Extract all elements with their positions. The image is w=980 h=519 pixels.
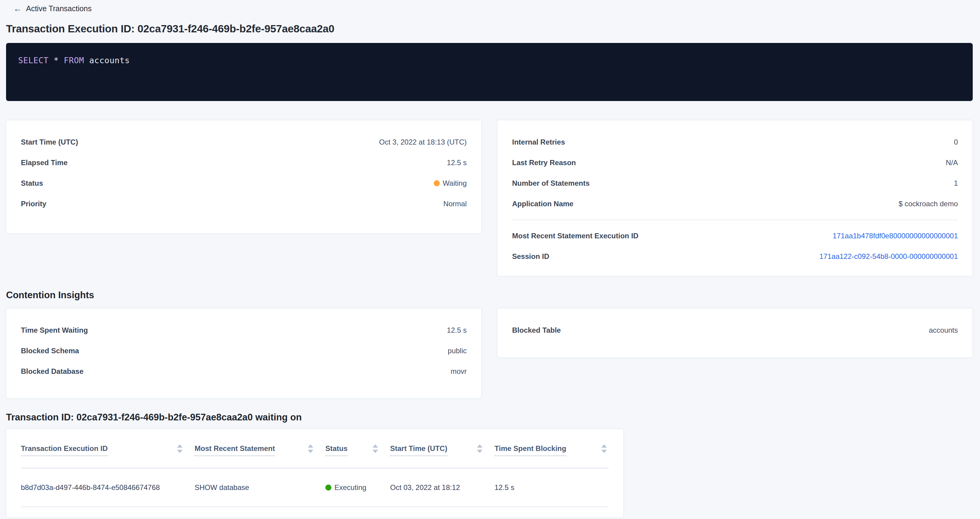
- back-to-active-transactions-link[interactable]: ← Active Transactions: [13, 4, 92, 13]
- contention-card-left: Time Spent Waiting 12.5 s Blocked Schema…: [6, 308, 482, 398]
- waiting-on-table: Transaction Execution ID Most Recent Sta…: [6, 429, 624, 518]
- row-value: $ cockroach demo: [899, 200, 958, 208]
- sort-icon[interactable]: [308, 444, 313, 453]
- contention-cards-row: Time Spent Waiting 12.5 s Blocked Schema…: [6, 308, 973, 398]
- status-text: Waiting: [443, 179, 467, 187]
- sort-asc-icon: [477, 444, 482, 448]
- contention-card-right: Blocked Table accounts: [497, 308, 973, 357]
- row-label: Blocked Schema: [21, 347, 79, 355]
- sort-icon[interactable]: [372, 444, 378, 453]
- row-label: Start Time (UTC): [21, 138, 78, 146]
- column-header-label: Most Recent Statement: [195, 444, 275, 456]
- row-value: 12.5 s: [447, 326, 467, 335]
- status-text: Executing: [334, 483, 366, 492]
- sql-keyword: SELECT: [18, 56, 49, 65]
- row-value: Oct 3, 2022 at 18:13 (UTC): [379, 138, 467, 146]
- card-divider: [512, 220, 958, 220]
- row-value: movr: [451, 367, 467, 376]
- table-row: b8d7d03a-d497-446b-8474-e50846674768 SHO…: [21, 468, 609, 507]
- row-value: 0: [954, 138, 958, 146]
- status-executing-dot-icon: [325, 484, 331, 490]
- sort-desc-icon: [601, 450, 607, 453]
- sort-asc-icon: [308, 444, 313, 448]
- sql-statement-box: SELECT * FROM accounts: [6, 43, 973, 101]
- sql-table-name: accounts: [89, 56, 130, 65]
- statement-execution-id-link[interactable]: 171aa1b478fdf0e80000000000000001: [833, 232, 958, 240]
- row-value: 12.5 s: [447, 159, 467, 167]
- row-label: Session ID: [512, 252, 549, 261]
- row-label: Elapsed Time: [21, 159, 67, 167]
- sort-asc-icon: [177, 444, 183, 448]
- row-value: public: [448, 347, 467, 355]
- column-header-label: Time Spent Blocking: [495, 444, 566, 456]
- cell-status: Executing: [325, 483, 390, 492]
- sort-icon[interactable]: [177, 444, 183, 453]
- row-label: Internal Retries: [512, 138, 565, 146]
- cell-time-spent-blocking: 12.5 s: [495, 483, 609, 492]
- cell-start-time: Oct 03, 2022 at 18:12: [390, 483, 495, 492]
- sort-desc-icon: [308, 450, 313, 453]
- row-label: Blocked Database: [21, 367, 84, 376]
- contention-row-blocked-table: Blocked Table accounts: [512, 320, 958, 341]
- row-value: 1: [954, 179, 958, 187]
- back-link-label: Active Transactions: [26, 4, 92, 13]
- table-header-row: Transaction Execution ID Most Recent Sta…: [21, 429, 609, 468]
- session-id-link[interactable]: 171aa122-c092-54b8-0000-000000000001: [819, 252, 958, 261]
- column-header-status[interactable]: Status: [325, 443, 390, 455]
- status-waiting-dot-icon: [434, 180, 440, 186]
- summary-row-elapsed-time: Elapsed Time 12.5 s: [21, 152, 467, 173]
- column-header-label: Status: [325, 444, 347, 456]
- row-value: N/A: [946, 159, 958, 167]
- row-label: Time Spent Waiting: [21, 326, 88, 335]
- row-label: Priority: [21, 200, 46, 208]
- status-value: Executing: [325, 483, 381, 492]
- page-title: Transaction Execution ID: 02ca7931-f246-…: [6, 23, 973, 35]
- sort-desc-icon: [177, 450, 183, 453]
- summary-row-session-id: Session ID 171aa122-c092-54b8-0000-00000…: [512, 246, 958, 267]
- sql-keyword: FROM: [64, 56, 84, 65]
- sort-icon[interactable]: [477, 444, 482, 453]
- sort-desc-icon: [372, 450, 378, 453]
- summary-row-status: Status Waiting: [21, 173, 467, 194]
- column-header-label: Start Time (UTC): [390, 444, 447, 456]
- sort-icon[interactable]: [601, 444, 607, 453]
- row-label: Status: [21, 179, 43, 187]
- status-value: Waiting: [434, 179, 467, 187]
- sql-star: *: [54, 56, 59, 65]
- sql-statement: SELECT * FROM accounts: [18, 56, 961, 65]
- back-arrow-icon: ←: [13, 5, 22, 13]
- summary-row-number-of-statements: Number of Statements 1: [512, 173, 958, 194]
- contention-row-blocked-database: Blocked Database movr: [21, 361, 467, 382]
- summary-card-transaction: Start Time (UTC) Oct 3, 2022 at 18:13 (U…: [6, 120, 482, 233]
- summary-row-last-retry-reason: Last Retry Reason N/A: [512, 152, 958, 173]
- sort-asc-icon: [372, 444, 378, 448]
- column-header-label: Transaction Execution ID: [21, 444, 108, 456]
- contention-insights-heading: Contention Insights: [6, 290, 973, 301]
- column-header-most-recent-statement[interactable]: Most Recent Statement: [195, 443, 325, 455]
- row-label: Application Name: [512, 200, 574, 208]
- summary-row-internal-retries: Internal Retries 0: [512, 132, 958, 152]
- summary-cards-row: Start Time (UTC) Oct 3, 2022 at 18:13 (U…: [6, 120, 973, 276]
- row-label: Number of Statements: [512, 179, 590, 187]
- contention-row-time-spent-waiting: Time Spent Waiting 12.5 s: [21, 320, 467, 341]
- column-header-start-time[interactable]: Start Time (UTC): [390, 443, 495, 455]
- cell-most-recent-statement: SHOW database: [195, 483, 325, 492]
- column-header-time-spent-blocking[interactable]: Time Spent Blocking: [495, 443, 609, 455]
- cell-transaction-execution-id: b8d7d03a-d497-446b-8474-e50846674768: [21, 483, 195, 492]
- column-header-transaction-execution-id[interactable]: Transaction Execution ID: [21, 443, 195, 455]
- top-bar: ← Active Transactions: [0, 0, 980, 13]
- summary-row-start-time: Start Time (UTC) Oct 3, 2022 at 18:13 (U…: [21, 132, 467, 152]
- row-value: accounts: [929, 326, 958, 335]
- waiting-on-heading: Transaction ID: 02ca7931-f246-469b-b2fe-…: [6, 412, 973, 423]
- row-value: Normal: [443, 200, 467, 208]
- row-label: Last Retry Reason: [512, 159, 576, 167]
- summary-card-statements: Internal Retries 0 Last Retry Reason N/A…: [497, 120, 973, 276]
- summary-row-priority: Priority Normal: [21, 194, 467, 214]
- summary-row-most-recent-statement-execution-id: Most Recent Statement Execution ID 171aa…: [512, 225, 958, 246]
- sort-asc-icon: [601, 444, 607, 448]
- row-label: Most Recent Statement Execution ID: [512, 232, 638, 240]
- sort-desc-icon: [477, 450, 482, 453]
- row-label: Blocked Table: [512, 326, 561, 335]
- contention-row-blocked-schema: Blocked Schema public: [21, 341, 467, 361]
- summary-row-application-name: Application Name $ cockroach demo: [512, 194, 958, 214]
